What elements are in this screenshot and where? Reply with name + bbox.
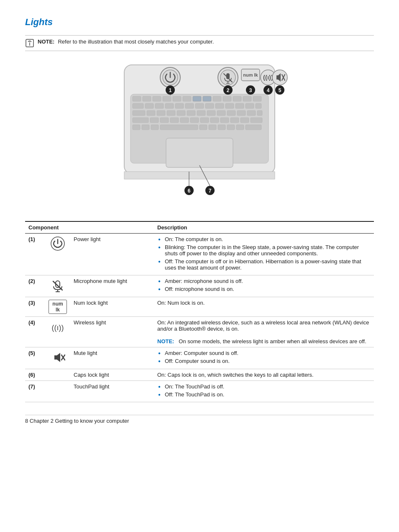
svg-rect-48 (180, 118, 189, 123)
svg-rect-24 (195, 103, 204, 108)
note-bar: NOTE: Refer to the illustration that mos… (25, 35, 374, 51)
svg-rect-53 (230, 118, 239, 123)
svg-rect-61 (209, 125, 216, 130)
svg-text:6: 6 (188, 188, 191, 194)
svg-rect-8 (163, 96, 171, 101)
row-desc-7: On: The TouchPad is off. Off: The TouchP… (154, 381, 374, 402)
svg-rect-59 (160, 125, 198, 130)
row-desc-4: On: An integrated wireless device, such … (154, 317, 374, 347)
row-name-5: Mute light (70, 347, 154, 369)
note-label: NOTE: (38, 39, 54, 45)
note-icon (25, 39, 34, 48)
footer: 8 Chapter 2 Getting to know your compute… (25, 415, 374, 424)
row-num-4: (4) (25, 317, 45, 347)
svg-rect-44 (133, 118, 148, 123)
page-title: Lights (25, 17, 374, 28)
svg-text:7: 7 (209, 188, 212, 194)
svg-rect-30 (256, 103, 261, 108)
row-num-5: (5) (25, 347, 45, 369)
row-icon-4: ((ı)) (45, 317, 70, 347)
svg-text:3: 3 (249, 87, 252, 93)
svg-rect-34 (167, 111, 175, 116)
table-row: (7) TouchPad light On: The TouchPad is o… (25, 381, 374, 402)
svg-rect-37 (197, 111, 205, 116)
row-name-6: Caps lock light (70, 369, 154, 381)
svg-rect-60 (200, 125, 207, 130)
svg-rect-46 (160, 118, 169, 123)
svg-rect-17 (253, 96, 261, 101)
row-desc-6: On: Caps lock is on, which switches the … (154, 369, 374, 381)
svg-rect-15 (233, 96, 241, 101)
svg-rect-13 (213, 96, 221, 101)
svg-rect-55 (251, 118, 262, 123)
row-num-2: (2) (25, 275, 45, 297)
row-icon-3: num lk (45, 297, 70, 317)
row-desc-3: On: Num lock is on. (154, 297, 374, 317)
svg-marker-107 (54, 353, 60, 362)
svg-rect-7 (153, 96, 161, 101)
svg-rect-66 (166, 138, 233, 167)
row-num-1: (1) (25, 234, 45, 275)
svg-rect-22 (175, 103, 184, 108)
svg-rect-20 (155, 103, 164, 108)
svg-rect-41 (237, 111, 246, 116)
svg-rect-42 (247, 111, 256, 116)
svg-rect-18 (133, 103, 143, 108)
svg-rect-21 (165, 103, 174, 108)
svg-rect-45 (150, 118, 159, 123)
svg-rect-56 (133, 125, 140, 130)
table-row: (2) Microphone mute light Amber: microph… (25, 275, 374, 297)
svg-rect-40 (227, 111, 235, 116)
svg-rect-50 (200, 118, 209, 123)
row-desc-2: Amber: microphone sound is off. Off: mic… (154, 275, 374, 297)
svg-point-2 (29, 41, 30, 42)
table-row: (5) Mute light Amber: Computer sound is … (25, 347, 374, 369)
row-num-3: (3) (25, 297, 45, 317)
svg-rect-25 (205, 103, 214, 108)
table-row: (3) num lk Num lock light On: Num lock i… (25, 297, 374, 317)
col-header-description: Description (154, 221, 374, 234)
svg-text:((ı)): ((ı)) (263, 74, 273, 81)
svg-rect-64 (236, 125, 244, 130)
svg-rect-26 (215, 103, 224, 108)
svg-text:((ı)): ((ı)) (52, 324, 64, 332)
svg-rect-27 (225, 103, 234, 108)
svg-rect-51 (210, 118, 219, 123)
keyboard-diagram: 1 2 num lk 3 ((ı)) 4 (99, 59, 300, 213)
svg-rect-32 (147, 111, 155, 116)
row-num-6: (6) (25, 369, 45, 381)
svg-rect-11 (193, 96, 201, 101)
svg-rect-31 (133, 111, 145, 116)
svg-text:2: 2 (227, 87, 230, 93)
svg-text:4: 4 (267, 87, 270, 93)
svg-rect-63 (227, 125, 235, 130)
row-name-3: Num lock light (70, 297, 154, 317)
row-name-4: Wireless light (70, 317, 154, 347)
row-icon-1 (45, 234, 70, 275)
note-text: Refer to the illustration that most clos… (58, 39, 214, 45)
svg-rect-23 (185, 103, 194, 108)
table-row: (4) ((ı)) Wireless light On: An integrat… (25, 317, 374, 347)
svg-rect-10 (183, 96, 191, 101)
svg-rect-9 (173, 96, 181, 101)
diagram-container: 1 2 num lk 3 ((ı)) 4 (25, 59, 374, 213)
svg-rect-19 (145, 103, 153, 108)
svg-rect-36 (187, 111, 195, 116)
svg-rect-49 (190, 118, 199, 123)
svg-rect-29 (246, 103, 254, 108)
row-icon-2 (45, 275, 70, 297)
svg-rect-14 (223, 96, 231, 101)
svg-rect-16 (243, 96, 251, 101)
svg-text:5: 5 (279, 87, 281, 93)
svg-rect-67 (124, 172, 275, 179)
table-row: (6) Caps lock light On: Caps lock is on,… (25, 369, 374, 381)
svg-rect-43 (257, 111, 262, 116)
svg-rect-33 (157, 111, 165, 116)
row-desc-5: Amber: Computer sound is off. Off: Compu… (154, 347, 374, 369)
row-icon-7 (45, 381, 70, 402)
svg-rect-57 (142, 125, 149, 130)
svg-text:num lk: num lk (243, 72, 258, 77)
col-header-component: Component (25, 221, 154, 234)
svg-rect-12 (203, 96, 211, 101)
row-desc-1: On: The computer is on. Blinking: The co… (154, 234, 374, 275)
